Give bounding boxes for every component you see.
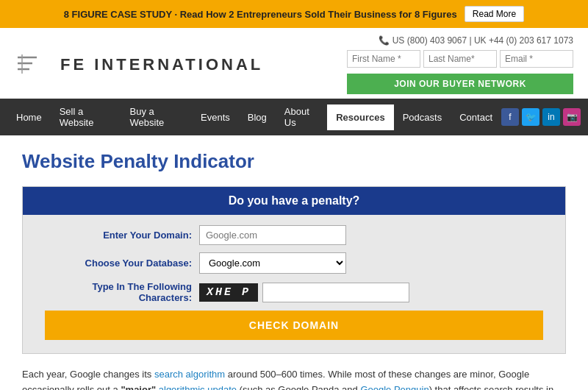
database-select[interactable]: Google.com: [199, 252, 346, 274]
facebook-icon[interactable]: f: [501, 108, 519, 126]
captcha-input[interactable]: [262, 283, 409, 302]
nav-blog[interactable]: Blog: [239, 104, 276, 130]
nav-podcasts[interactable]: Podcasts: [394, 104, 451, 130]
domain-label: Enter Your Domain:: [45, 230, 192, 241]
nav-contact[interactable]: Contact: [451, 104, 501, 130]
page-title: Website Penalty Indicator: [22, 150, 566, 173]
captcha-row: Type In The Following Characters: XHE P: [45, 281, 543, 303]
linkedin-icon[interactable]: in: [542, 108, 560, 126]
penalty-header: Do you have a penalty?: [23, 187, 565, 215]
captcha-area: XHE P: [199, 283, 409, 302]
twitter-icon[interactable]: 🐦: [522, 108, 539, 126]
captcha-image: XHE P: [199, 283, 258, 302]
database-row: Choose Your Database: Google.com: [45, 252, 543, 274]
logo-text: FE INTERNATIONAL: [60, 55, 263, 74]
read-more-button[interactable]: Read More: [465, 6, 524, 22]
instagram-icon[interactable]: 📷: [563, 108, 581, 126]
first-name-field[interactable]: [347, 50, 420, 68]
header-right: 📞 US (800) 403 9067 | UK +44 (0) 203 617…: [347, 35, 573, 94]
registration-form: [347, 50, 573, 68]
nav-sell-website[interactable]: Sell a Website: [51, 99, 121, 135]
check-domain-button[interactable]: CHECK DOMAIN: [45, 311, 543, 340]
penalty-form-box: Do you have a penalty? Enter Your Domain…: [22, 186, 566, 354]
last-name-field[interactable]: [423, 50, 497, 68]
contact-line: 📞 US (800) 403 9067 | UK +44 (0) 203 617…: [379, 35, 573, 46]
nav-buy-website[interactable]: Buy a Website: [121, 99, 193, 135]
header: FE INTERNATIONAL 📞 US (800) 403 9067 | U…: [0, 28, 588, 99]
nav-about-us[interactable]: About Us: [276, 99, 327, 135]
domain-row: Enter Your Domain:: [45, 225, 543, 245]
join-buyer-network-button[interactable]: JOIN OUR BUYER NETWORK: [347, 74, 573, 94]
main-nav: Home Sell a Website Buy a Website Events…: [0, 99, 588, 135]
captcha-label: Type In The Following Characters:: [45, 281, 192, 303]
database-label: Choose Your Database:: [45, 258, 192, 269]
social-icons: f 🐦 in 📷: [501, 108, 581, 126]
logo-icon: [15, 50, 50, 79]
phone-icon: 📞: [379, 35, 390, 46]
nav-home[interactable]: Home: [7, 104, 51, 130]
nav-resources[interactable]: Resources: [327, 104, 393, 130]
penalty-form: Enter Your Domain: Choose Your Database:…: [23, 215, 565, 353]
domain-input[interactable]: [199, 225, 346, 245]
logo-area: FE INTERNATIONAL: [15, 50, 263, 79]
banner-text: 8 FIGURE CASE STUDY · Read How 2 Entrepr…: [64, 9, 457, 20]
contact-text: US (800) 403 9067 | UK +44 (0) 203 617 1…: [392, 35, 573, 46]
nav-events[interactable]: Events: [192, 104, 239, 130]
body-paragraph-1: Each year, Google changes its search alg…: [22, 367, 566, 390]
email-field[interactable]: [500, 50, 573, 68]
top-banner: 8 FIGURE CASE STUDY · Read How 2 Entrepr…: [0, 0, 588, 28]
page-content: Website Penalty Indicator Do you have a …: [0, 135, 588, 390]
